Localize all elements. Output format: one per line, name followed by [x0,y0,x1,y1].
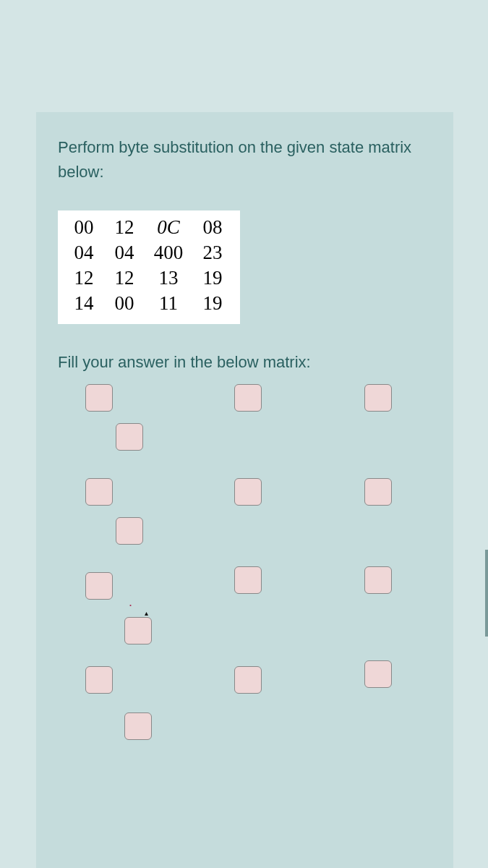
matrix-cell: 12 [104,265,145,291]
answer-input[interactable] [116,517,143,545]
matrix-cell: 08 [192,215,233,240]
matrix-cell: 11 [145,291,192,316]
fill-answer-label: Fill your answer in the below matrix: [58,353,432,372]
answer-cell-wrap: : [234,392,239,404]
answer-input[interactable] [116,423,143,451]
matrix-cell: 04 [64,240,104,265]
answer-input[interactable] [364,566,392,594]
answer-cell-wrap: ' [85,674,89,686]
answer-input[interactable] [364,478,392,506]
matrix-cell: 0C [145,215,192,240]
matrix-cell: 23 [192,240,233,265]
answer-cell-wrap: : [364,392,369,404]
matrix-row: 04 04 400 23 [64,240,233,265]
matrix-cell: 04 [104,240,145,265]
question-card: Perform byte substitution on the given s… [36,112,453,868]
answer-cell-wrap: . [85,486,90,498]
matrix-cell: 00 [104,291,145,316]
matrix-cell: 00 [64,215,104,240]
answer-cell-wrap: .▴ [129,595,132,610]
answer-input[interactable] [85,384,113,412]
answer-input[interactable] [234,666,262,694]
matrix-row: 12 12 13 19 [64,265,233,291]
answer-matrix-area: .::.:.:.▴:':› [58,392,432,797]
matrix-cell: 19 [192,291,233,316]
answer-input[interactable] [85,666,113,694]
answer-input[interactable] [85,572,113,600]
stray-dot: . [129,595,132,610]
matrix-cell: 19 [192,265,233,291]
answer-cell-wrap: : [234,486,239,498]
answer-input[interactable] [85,478,113,506]
answer-input[interactable] [124,617,152,644]
answer-input[interactable] [234,566,262,594]
answer-input[interactable] [234,478,262,506]
answer-cell-wrap: . [364,486,369,498]
answer-cell-wrap: : [234,674,239,686]
question-prompt: Perform byte substitution on the given s… [58,135,432,184]
answer-input[interactable] [364,384,392,412]
answer-input[interactable] [234,384,262,412]
answer-cell-wrap: › [124,719,130,734]
matrix-row: 14 00 11 19 [64,291,233,316]
answer-input[interactable] [124,712,152,740]
matrix-cell: 13 [145,265,192,291]
matrix-cell: 12 [64,265,104,291]
matrix-cell: 14 [64,291,104,316]
matrix-row: 00 12 0C 08 [64,215,233,240]
state-matrix: 00 12 0C 08 04 04 400 23 12 12 13 19 14 … [58,210,240,323]
answer-cell-wrap: . [85,392,90,404]
matrix-cell: 400 [145,240,192,265]
state-matrix-container: 00 12 0C 08 04 04 400 23 12 12 13 19 14 … [58,210,432,323]
answer-cell-wrap: : [85,580,90,592]
scrollbar-thumb[interactable] [485,550,488,637]
caret-icon: ▴ [145,609,148,617]
answer-cell-wrap: : [124,625,129,637]
matrix-cell: 12 [104,215,145,240]
answer-input[interactable] [364,660,392,688]
